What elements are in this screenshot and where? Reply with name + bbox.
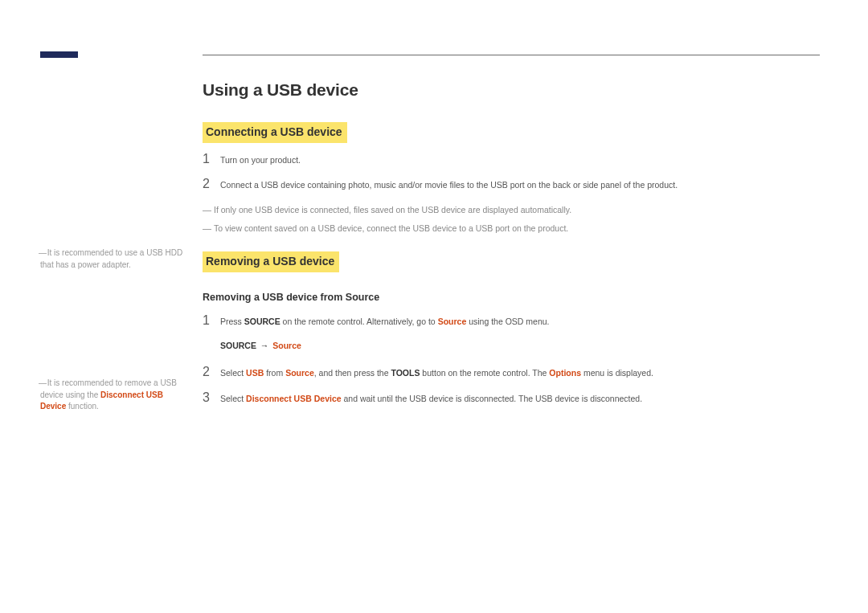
step-text: Turn on your product. — [220, 153, 820, 167]
connect-step-1: 1 Turn on your product. — [203, 153, 820, 167]
remove-step-1: 1 Press SOURCE on the remote control. Al… — [203, 314, 820, 329]
side-note-2-post: function. — [66, 402, 99, 411]
inline-bold: TOOLS — [391, 368, 420, 378]
connect-note-1: ― If only one USB device is connected, f… — [203, 203, 820, 217]
step-text: Press SOURCE on the remote control. Alte… — [220, 315, 820, 329]
inline-bold: SOURCE — [244, 317, 280, 326]
note-text: If only one USB device is connected, fil… — [214, 204, 820, 217]
step-text: Connect a USB device containing photo, m… — [220, 178, 820, 192]
inline-orange: Disconnect USB Device — [246, 394, 341, 403]
step-number: 2 — [203, 366, 220, 378]
inline-orange: Options — [549, 368, 581, 378]
path-target: Source — [272, 341, 301, 350]
connect-note-2: ― To view content saved on a USB device,… — [203, 222, 820, 235]
dash-icon: ― — [203, 222, 214, 235]
menu-path: SOURCE → Source — [220, 340, 820, 353]
top-rule — [203, 55, 820, 55]
dash-icon: ― — [39, 247, 45, 260]
step-text: Select Disconnect USB Device and wait un… — [220, 392, 820, 406]
arrow-right-icon: → — [259, 341, 271, 350]
dash-icon: ― — [203, 203, 214, 217]
step-number: 1 — [203, 153, 220, 166]
subsection-removing-source: Removing a USB device from Source — [203, 290, 820, 305]
spacer — [203, 240, 820, 251]
remove-step-3: 3 Select Disconnect USB Device and wait … — [203, 391, 820, 406]
step-number: 2 — [203, 178, 220, 190]
step-number: 3 — [203, 391, 220, 404]
connect-step-2: 2 Connect a USB device containing photo,… — [203, 178, 820, 192]
remove-step-2: 2 Select USB from Source, and then press… — [203, 366, 820, 380]
section-connecting-heading: Connecting a USB device — [203, 122, 347, 143]
inline-orange: USB — [246, 368, 264, 378]
step-number: 1 — [203, 314, 220, 327]
path-source: SOURCE — [220, 341, 256, 350]
accent-bar — [40, 51, 78, 58]
step-text: Select USB from Source, and then press t… — [220, 366, 820, 380]
main-content: Using a USB device Connecting a USB devi… — [203, 77, 820, 416]
section-removing-heading: Removing a USB device — [203, 251, 339, 272]
note-text: To view content saved on a USB device, c… — [214, 223, 820, 235]
page-title: Using a USB device — [203, 77, 820, 103]
inline-orange: Source — [438, 317, 467, 326]
side-note-2: ― It is recommended to remove a USB devi… — [40, 378, 185, 413]
side-note-1-text: It is recommended to use a USB HDD that … — [40, 248, 182, 269]
document-page: ― It is recommended to use a USB HDD tha… — [0, 0, 868, 613]
dash-icon: ― — [39, 378, 45, 390]
inline-orange: Source — [285, 368, 314, 378]
side-note-1: ― It is recommended to use a USB HDD tha… — [40, 247, 185, 271]
